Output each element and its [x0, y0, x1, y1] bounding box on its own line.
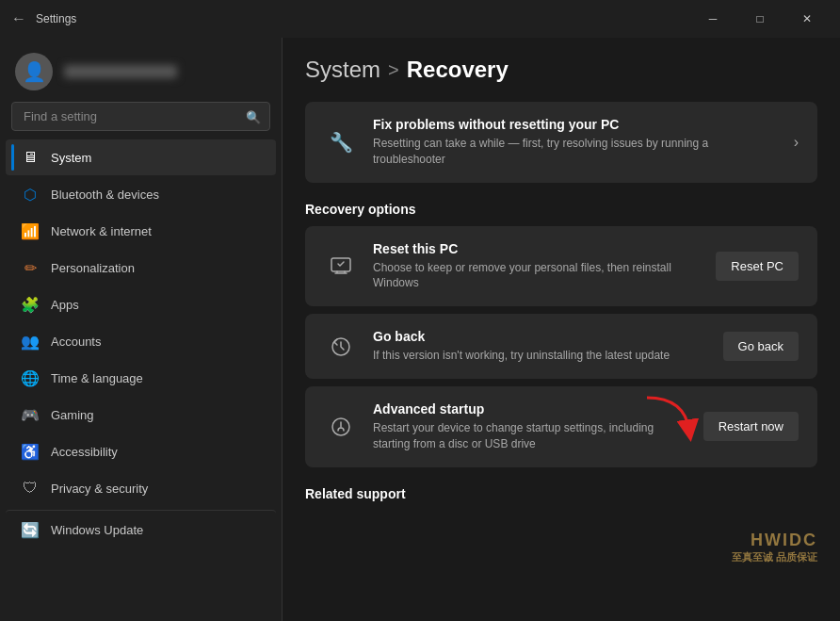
goback-card-content: Go back If this version isn't working, t… — [373, 329, 708, 364]
goback-card-title: Go back — [373, 329, 708, 344]
sidebar-item-privacy[interactable]: 🛡 Privacy & security — [6, 470, 276, 506]
fix-icon: 🔧 — [324, 125, 358, 159]
red-arrow — [638, 393, 703, 449]
main-container: 👤 🔍 🖥 System ⬡ Bluetooth & devices 📶 Net… — [0, 38, 840, 621]
close-button[interactable]: ✕ — [785, 5, 829, 33]
system-icon: 🖥 — [21, 148, 40, 167]
window-controls: ─ □ ✕ — [691, 5, 829, 33]
reset-pc-button[interactable]: Reset PC — [716, 252, 799, 281]
sidebar-item-accessibility-label: Accessibility — [51, 445, 118, 459]
content-area: System > Recovery 🔧 Fix problems without… — [283, 38, 840, 621]
sidebar-item-network[interactable]: 📶 Network & internet — [6, 213, 276, 249]
reset-card-desc: Choose to keep or remove your personal f… — [373, 260, 701, 292]
titlebar: ← Settings ─ □ ✕ — [0, 0, 840, 38]
windows-update-icon: 🔄 — [21, 520, 40, 539]
gaming-icon: 🎮 — [21, 405, 40, 424]
sidebar-item-windows-update[interactable]: 🔄 Windows Update — [6, 510, 276, 547]
app-title: Settings — [36, 12, 76, 25]
back-icon[interactable]: ← — [11, 10, 26, 27]
privacy-icon: 🛡 — [21, 479, 40, 498]
user-section: 👤 — [0, 38, 282, 102]
sidebar-item-accessibility[interactable]: ♿ Accessibility — [6, 433, 276, 469]
related-support-title: Related support — [305, 486, 817, 501]
sidebar-item-personalization-label: Personalization — [51, 261, 135, 275]
breadcrumb: System > Recovery — [305, 57, 817, 83]
sidebar-item-gaming-label: Gaming — [51, 408, 94, 422]
reset-pc-card: Reset this PC Choose to keep or remove y… — [305, 226, 817, 307]
watermark: HWIDC 至真至诚 品质保证 — [732, 531, 817, 564]
maximize-button[interactable]: □ — [738, 5, 782, 33]
goback-card: Go back If this version isn't working, t… — [305, 314, 817, 379]
restart-now-button[interactable]: Restart now — [703, 412, 799, 441]
sidebar-item-system[interactable]: 🖥 System — [6, 139, 276, 175]
titlebar-left: ← Settings — [11, 10, 76, 27]
fix-card-chevron: › — [794, 134, 799, 151]
accessibility-icon: ♿ — [21, 442, 40, 461]
avatar: 👤 — [15, 53, 53, 90]
recovery-options-title: Recovery options — [305, 202, 817, 217]
breadcrumb-separator: > — [388, 59, 399, 81]
sidebar-item-apps-label: Apps — [51, 298, 79, 312]
time-icon: 🌐 — [21, 368, 40, 387]
sidebar-item-apps[interactable]: 🧩 Apps — [6, 286, 276, 322]
sidebar-item-network-label: Network & internet — [51, 224, 152, 238]
fix-card-desc: Resetting can take a while — first, try … — [373, 136, 779, 168]
sidebar-item-gaming[interactable]: 🎮 Gaming — [6, 397, 276, 433]
goback-card-action: Go back — [723, 332, 799, 361]
sidebar: 👤 🔍 🖥 System ⬡ Bluetooth & devices 📶 Net… — [0, 38, 283, 621]
personalization-icon: ✏ — [21, 258, 40, 277]
advanced-icon — [324, 410, 358, 444]
sidebar-item-system-label: System — [51, 151, 91, 165]
search-input[interactable] — [11, 102, 270, 131]
sidebar-item-time[interactable]: 🌐 Time & language — [6, 360, 276, 396]
sidebar-item-time-label: Time & language — [51, 371, 143, 385]
watermark-line2: 至真至诚 品质保证 — [732, 550, 817, 564]
goback-icon — [324, 330, 358, 364]
accounts-icon: 👥 — [21, 332, 40, 351]
minimize-button[interactable]: ─ — [691, 5, 735, 33]
bluetooth-icon: ⬡ — [21, 185, 40, 204]
sidebar-item-bluetooth[interactable]: ⬡ Bluetooth & devices — [6, 176, 276, 212]
sidebar-item-bluetooth-label: Bluetooth & devices — [51, 188, 159, 202]
apps-icon: 🧩 — [21, 295, 40, 314]
advanced-card-action: Restart now — [703, 412, 799, 441]
reset-card-title: Reset this PC — [373, 241, 701, 256]
sidebar-item-accounts[interactable]: 👥 Accounts — [6, 323, 276, 359]
sidebar-nav: 🖥 System ⬡ Bluetooth & devices 📶 Network… — [0, 139, 282, 548]
go-back-button[interactable]: Go back — [723, 332, 799, 361]
fix-problems-card[interactable]: 🔧 Fix problems without resetting your PC… — [305, 102, 817, 183]
fix-card-content: Fix problems without resetting your PC R… — [373, 117, 779, 168]
reset-icon — [324, 249, 358, 283]
fix-card-title: Fix problems without resetting your PC — [373, 117, 779, 132]
reset-card-action: Reset PC — [716, 252, 799, 281]
breadcrumb-current: Recovery — [407, 57, 509, 83]
avatar-icon: 👤 — [23, 60, 46, 83]
sidebar-item-personalization[interactable]: ✏ Personalization — [6, 250, 276, 286]
username-blurred — [64, 65, 177, 78]
network-icon: 📶 — [21, 221, 40, 240]
search-icon: 🔍 — [246, 109, 261, 123]
reset-card-content: Reset this PC Choose to keep or remove y… — [373, 241, 701, 292]
watermark-line1: HWIDC — [732, 531, 817, 550]
sidebar-item-privacy-label: Privacy & security — [51, 482, 148, 496]
breadcrumb-parent: System — [305, 57, 380, 83]
sidebar-item-accounts-label: Accounts — [51, 335, 101, 349]
goback-card-desc: If this version isn't working, try unins… — [373, 348, 708, 364]
sidebar-item-windows-update-label: Windows Update — [51, 523, 143, 537]
search-box: 🔍 — [11, 102, 270, 131]
advanced-startup-card: Advanced startup Restart your device to … — [305, 386, 817, 467]
